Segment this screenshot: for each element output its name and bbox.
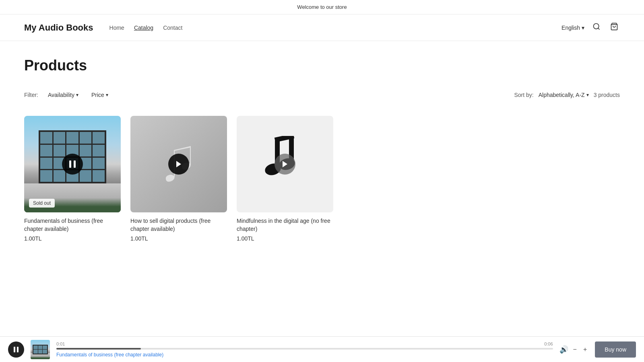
announcement-text: Welcome to our store <box>297 4 347 10</box>
svg-rect-3 <box>69 160 71 168</box>
svg-marker-11 <box>283 161 287 167</box>
window <box>93 145 105 156</box>
svg-line-1 <box>598 28 600 30</box>
sort-select[interactable]: Alphabetically, A-Z <box>539 92 589 98</box>
filter-group: Filter: Availability Price <box>24 90 111 100</box>
product-image-3 <box>237 116 333 212</box>
cart-button[interactable] <box>609 21 620 34</box>
announcement-bar: Welcome to our store <box>0 0 644 14</box>
products-count: 3 products <box>594 92 620 98</box>
sold-out-badge: Sold out <box>29 199 55 208</box>
sort-group: Sort by: Alphabetically, A-Z 3 products <box>514 92 620 98</box>
window <box>54 145 66 156</box>
svg-marker-5 <box>176 161 181 167</box>
header: My Audio Books Home Catalog Contact Engl… <box>0 14 644 41</box>
filter-sort-bar: Filter: Availability Price Sort by: Alph… <box>24 90 620 106</box>
nav-catalog[interactable]: Catalog <box>134 25 153 31</box>
play-icon <box>175 160 182 168</box>
price-label: Price <box>91 92 104 98</box>
cart-icon <box>610 23 618 31</box>
nav-home[interactable]: Home <box>109 25 124 31</box>
language-selector[interactable]: English ▾ <box>561 25 584 31</box>
nav-contact[interactable]: Contact <box>163 25 182 31</box>
product-card[interactable]: How to sell digital products (free chapt… <box>130 116 227 242</box>
header-right: English ▾ <box>561 21 620 34</box>
language-label: English <box>561 25 580 31</box>
window <box>40 170 52 182</box>
product-price-3: 1.00TL <box>237 235 333 242</box>
main-nav: Home Catalog Contact <box>109 25 183 31</box>
product-price-2: 1.00TL <box>130 235 227 242</box>
search-button[interactable] <box>591 21 602 34</box>
window <box>66 132 78 144</box>
window <box>40 145 52 156</box>
window <box>80 170 92 182</box>
window <box>80 145 92 156</box>
product-image-1: Sold out <box>24 116 121 212</box>
pause-icon <box>69 160 76 168</box>
window <box>80 132 92 144</box>
svg-rect-4 <box>74 160 76 168</box>
availability-label: Availability <box>48 92 74 98</box>
ground <box>24 183 121 212</box>
price-filter[interactable]: Price <box>88 90 111 100</box>
sort-label: Sort by: <box>514 92 533 98</box>
product-name-2: How to sell digital products (free chapt… <box>130 217 227 233</box>
availability-filter[interactable]: Availability <box>45 90 82 100</box>
products-grid: Sold out Fundamentals of business (free … <box>24 116 620 242</box>
window <box>93 170 105 182</box>
product-card[interactable]: Sold out Fundamentals of business (free … <box>24 116 121 242</box>
window <box>93 132 105 144</box>
window <box>40 132 52 144</box>
play-button-overlay-2[interactable] <box>168 154 189 175</box>
window <box>54 170 66 182</box>
main-content: Products Filter: Availability Price Sort… <box>0 41 644 274</box>
search-icon <box>592 23 601 31</box>
pause-button-overlay[interactable] <box>62 154 83 175</box>
window <box>93 158 105 169</box>
product-price-1: 1.00TL <box>24 235 121 242</box>
product-name-1: Fundamentals of business (free chapter a… <box>24 217 121 233</box>
window <box>54 132 66 144</box>
play-button-overlay-3[interactable] <box>275 154 295 175</box>
product-card[interactable]: Mindfulness in the digital age (no free … <box>237 116 333 242</box>
chevron-down-icon: ▾ <box>582 25 584 31</box>
header-left: My Audio Books Home Catalog Contact <box>24 23 182 33</box>
window <box>40 158 52 169</box>
store-title[interactable]: My Audio Books <box>24 23 93 33</box>
svg-point-0 <box>594 24 599 29</box>
page-title: Products <box>24 57 620 74</box>
product-name-3: Mindfulness in the digital age (no free … <box>237 217 333 233</box>
filter-label: Filter: <box>24 92 38 98</box>
play-icon <box>282 160 288 168</box>
sort-value: Alphabetically, A-Z <box>539 92 585 98</box>
product-image-2 <box>130 116 227 212</box>
